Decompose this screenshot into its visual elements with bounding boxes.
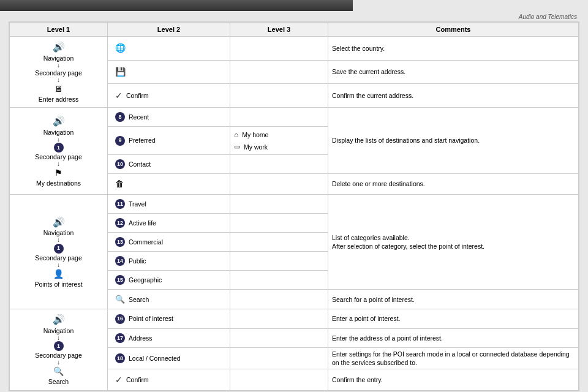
badge-10: 10 [115, 159, 125, 169]
badge-13: 13 [115, 237, 125, 247]
search-loop-icon: 🔍 [115, 294, 125, 305]
trash-icon: 🗑 [115, 178, 124, 190]
col-header-comments: Comments [328, 23, 579, 37]
poi-search-label: Point of interest [129, 314, 173, 323]
level3-empty-7 [230, 194, 328, 213]
level3-empty-11 [230, 270, 328, 289]
geographic-label: Geographic [129, 276, 162, 284]
public-label: Public [129, 257, 146, 265]
level2-commercial: 13 Commercial [108, 232, 230, 251]
myhome-label: My home [242, 130, 268, 139]
arrow-icon-7: ↓ [57, 335, 60, 341]
arrow-icon-2: ↓ [57, 77, 60, 83]
level3-mywork: ▭ My work [234, 141, 324, 153]
table-row: 🔊 Navigation ↓ 1 Secondary page ↓ 👤 Poin… [10, 194, 579, 213]
badge-icon-4: 1 [54, 341, 64, 351]
activelife-label: Active life [129, 219, 156, 227]
badge-17: 17 [115, 333, 125, 343]
nav-icon-1: 🔊 [53, 40, 65, 54]
comment-country: Select the country. [328, 37, 579, 61]
level2-trash: 🗑 [108, 174, 230, 195]
save-icon: 💾 [115, 66, 126, 78]
flag-icon: ⚑ [55, 167, 62, 179]
level2-travel: 11 Travel [108, 194, 230, 213]
recent-label: Recent [129, 113, 149, 121]
arrow-icon-6: ↓ [57, 262, 60, 268]
badge-8: 8 [115, 112, 125, 122]
level2-geographic: 15 Geographic [108, 270, 230, 289]
nav-label-2: Navigation [43, 128, 74, 137]
col-header-level2: Level 2 [108, 23, 230, 37]
level3-empty-12 [230, 289, 328, 309]
confirm-check-icon-2: ✓ [115, 374, 123, 386]
level3-myhome: ⌂ My home [234, 129, 324, 141]
screen-icon-1: 🖥 [55, 83, 63, 95]
badge-12: 12 [115, 218, 125, 228]
col-header-level3: Level 3 [230, 23, 328, 37]
level2-country: 🌐 [108, 37, 230, 61]
arrow-icon-1: ↓ [57, 62, 60, 69]
secondary-label-3: Secondary page [35, 254, 81, 262]
level3-empty-14 [230, 328, 328, 347]
preferred-label: Preferred [129, 136, 156, 145]
badge-icon-2: 1 [54, 143, 64, 153]
arrow-icon-5: ↓ [57, 237, 60, 243]
level3-empty-10 [230, 251, 328, 270]
home-icon: ⌂ [234, 130, 238, 140]
nav-label-3: Navigation [43, 228, 74, 237]
level2-recent: 8 Recent [108, 108, 230, 127]
level2-poi-search: 16 Point of interest [108, 309, 230, 328]
page-title: Audio and Telematics [519, 13, 577, 20]
level1-nav-enter: 🔊 Navigation ↓ Secondary page ↓ 🖥 Enter … [12, 40, 105, 104]
comment-poi-enter: Enter a point of interest. [328, 309, 579, 328]
enter-label-1: Enter address [39, 95, 78, 104]
country-icon: 🌐 [115, 42, 126, 54]
secondary-label-2: Secondary page [35, 153, 81, 161]
level2-contact: 10 Contact [108, 155, 230, 174]
arrow-icon-4: ↓ [57, 161, 60, 167]
secondary-label-1: Secondary page [35, 69, 81, 77]
poi-label: Points of interest [34, 280, 82, 288]
comment-address-enter: Enter the address of a point of interest… [328, 328, 579, 347]
comment-search-poi: Search for a point of interest. [328, 289, 579, 309]
commercial-label: Commercial [129, 238, 163, 246]
level3-empty-2 [230, 60, 328, 84]
level1-nav-poi: 🔊 Navigation ↓ 1 Secondary page ↓ 👤 Poin… [12, 216, 105, 288]
confirm-final-label: Confirm [126, 375, 149, 384]
confirm-label-1: Confirm [126, 91, 149, 100]
mywork-label: My work [244, 143, 268, 151]
level2-search-poi: 🔍 Search [108, 289, 230, 309]
secondary-label-4: Secondary page [35, 351, 81, 360]
level2-activelife: 12 Active life [108, 213, 230, 232]
level1-nav-search: 🔊 Navigation ↓ 1 Secondary page ↓ 🔍 Sear… [12, 313, 105, 386]
travel-label: Travel [129, 200, 146, 208]
level2-confirm-final: ✓ Confirm [108, 369, 230, 390]
badge-11: 11 [115, 199, 125, 209]
level3-empty-5 [230, 155, 328, 174]
level3-empty-16 [230, 369, 328, 390]
comment-confirm-entry: Confirm the entry. [328, 369, 579, 390]
level1-nav-dest: 🔊 Navigation ↓ 1 Secondary page ↓ ⚑ My d… [12, 115, 105, 187]
badge-18: 18 [115, 353, 125, 363]
level2-preferred: 9 Preferred [108, 127, 230, 155]
comment-destinations: Display the lists of destinations and st… [328, 108, 579, 174]
table-row: 🔊 Navigation ↓ 1 Secondary page ↓ 🔍 Sear… [10, 309, 579, 328]
work-icon: ▭ [234, 142, 240, 151]
comment-confirm-addr: Confirm the current address. [328, 84, 579, 108]
search-nav-icon: 🔍 [53, 366, 64, 377]
level3-empty-1 [230, 37, 328, 61]
nav-icon-4: 🔊 [53, 313, 65, 326]
col-header-level1: Level 1 [10, 23, 108, 37]
nav-icon-3: 🔊 [53, 216, 65, 229]
badge-9: 9 [115, 136, 125, 146]
poi-icon: 👤 [53, 268, 64, 280]
arrow-icon-8: ↓ [57, 360, 60, 366]
level3-empty-13 [230, 309, 328, 328]
table-row: 🔊 Navigation ↓ Secondary page ↓ 🖥 Enter … [10, 37, 579, 61]
level2-save: 💾 [108, 60, 230, 84]
level3-empty-15 [230, 347, 328, 369]
level2-public: 14 Public [108, 251, 230, 270]
table-row: 🔊 Navigation ↓ 1 Secondary page ↓ ⚑ My d… [10, 108, 579, 127]
nav-label-4: Navigation [43, 326, 74, 335]
level3-empty-6 [230, 174, 328, 195]
